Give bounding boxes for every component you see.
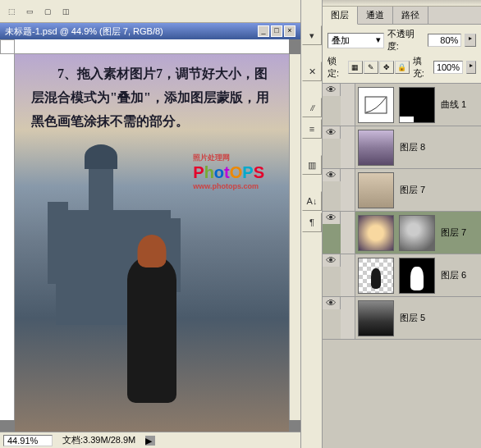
- tab-layers[interactable]: 图层: [323, 7, 358, 25]
- app-toolbar: ⬚ ▭ ▢ ◫: [0, 0, 300, 23]
- mask-thumb[interactable]: [399, 215, 435, 251]
- mask-thumb[interactable]: [399, 87, 435, 123]
- tool-btn-2[interactable]: ▭: [21, 3, 38, 20]
- brush-tool-icon[interactable]: ⫽: [302, 98, 322, 117]
- ruler-vertical[interactable]: [0, 54, 15, 420]
- layer-row-5[interactable]: 👁 图层 5: [323, 297, 481, 340]
- tab-channels[interactable]: 通道: [358, 7, 393, 24]
- ruler-corner[interactable]: [0, 39, 15, 54]
- visibility-toggle[interactable]: 👁: [323, 126, 341, 139]
- layer-thumb[interactable]: [358, 130, 394, 166]
- crossed-tools-icon[interactable]: ✕: [302, 62, 322, 81]
- vertical-toolbox: ▾ ✕ ⫽ ≡ ▥ A↓ ¶: [301, 0, 323, 448]
- eye-icon: 👁: [326, 212, 337, 224]
- status-bar: 44.91% 文档:3.39M/28.9M ▶: [0, 432, 300, 448]
- panel-controls: 叠加 不透明度: 80% ▸ 锁定: ▦ ✎ ✥ 🔒 填充: 100% ▸: [323, 25, 481, 84]
- link-col[interactable]: [341, 126, 355, 168]
- visibility-toggle[interactable]: 👁: [323, 297, 341, 309]
- link-col[interactable]: [341, 84, 355, 126]
- adjustment-thumb[interactable]: [358, 87, 394, 123]
- link-col[interactable]: [341, 212, 355, 254]
- curves-icon: [364, 96, 387, 114]
- eye-icon: 👁: [326, 169, 337, 181]
- layer-row-7b[interactable]: 👁 图层 7: [323, 212, 481, 254]
- panel-handle[interactable]: [323, 0, 481, 7]
- close-button[interactable]: ×: [284, 25, 295, 37]
- link-col[interactable]: [341, 254, 355, 296]
- options-tool-icon[interactable]: ≡: [302, 119, 322, 139]
- lock-label: 锁定:: [328, 55, 345, 80]
- layer-row-7a[interactable]: 👁 图层 7: [323, 169, 481, 212]
- layer-row-8[interactable]: 👁 图层 8: [323, 126, 481, 169]
- fill-label: 填充:: [413, 55, 430, 80]
- fill-input[interactable]: 100%: [433, 61, 463, 74]
- canvas[interactable]: 7、拖入素材图片7，调节好大小，图层混合模式为"叠加"，添加图层蒙版，用黑色画笔…: [15, 54, 289, 432]
- logo-url: www.photops.com: [193, 182, 264, 190]
- link-col[interactable]: [341, 169, 355, 211]
- visibility-toggle[interactable]: 👁: [323, 84, 341, 96]
- layer-name[interactable]: 图层 5: [396, 312, 425, 324]
- ruler-horizontal[interactable]: [15, 39, 289, 54]
- visibility-toggle[interactable]: 👁: [323, 212, 341, 224]
- maximize-button[interactable]: □: [271, 25, 282, 37]
- arrow-tool-icon[interactable]: ▾: [302, 25, 322, 45]
- document-title: 未标题-1.psd @ 44.9% (图层 7, RGB/8): [5, 25, 163, 38]
- figure-image: [127, 255, 176, 403]
- visibility-toggle[interactable]: 👁: [323, 169, 341, 181]
- tool-btn-4[interactable]: ◫: [57, 3, 74, 20]
- mask-thumb[interactable]: [399, 258, 435, 294]
- link-col[interactable]: [341, 297, 355, 339]
- paragraph-tool-icon[interactable]: ¶: [302, 213, 322, 232]
- status-arrow[interactable]: ▶: [145, 436, 155, 446]
- tool-btn-1[interactable]: ⬚: [3, 3, 20, 20]
- tool-btn-3[interactable]: ▢: [39, 3, 56, 20]
- minimize-button[interactable]: _: [258, 25, 269, 37]
- layer-name[interactable]: 图层 8: [396, 141, 425, 153]
- eye-icon: 👁: [326, 126, 337, 139]
- file-info: 文档:3.39M/28.9M: [62, 434, 135, 446]
- layer-thumb[interactable]: [358, 258, 394, 294]
- layers-panel: 图层 通道 路径 叠加 不透明度: 80% ▸ 锁定: ▦ ✎ ✥ 🔒 填充: …: [323, 0, 481, 448]
- layer-name[interactable]: 曲线 1: [437, 98, 466, 111]
- canvas-area: 7、拖入素材图片7，调节好大小，图层混合模式为"叠加"，添加图层蒙版，用黑色画笔…: [0, 39, 300, 432]
- layer-row-curves1[interactable]: 👁 曲线 1: [323, 84, 481, 126]
- photops-logo: 照片处理网 PhotOPS www.photops.com: [193, 153, 264, 190]
- lock-all-icon[interactable]: 🔒: [395, 61, 410, 74]
- scrollbar-vertical[interactable]: [289, 54, 300, 420]
- blend-mode-select[interactable]: 叠加: [328, 33, 384, 48]
- layer-name[interactable]: 图层 6: [437, 269, 466, 281]
- eye-icon: 👁: [326, 297, 337, 309]
- eye-icon: 👁: [326, 254, 337, 267]
- fill-arrow[interactable]: ▸: [466, 61, 476, 74]
- visibility-toggle[interactable]: 👁: [323, 254, 341, 267]
- svg-rect-0: [365, 97, 387, 113]
- histogram-tool-icon[interactable]: ▥: [302, 155, 322, 175]
- layer-thumb[interactable]: [358, 215, 394, 251]
- layer-name[interactable]: 图层 7: [437, 226, 466, 239]
- opacity-arrow[interactable]: ▸: [465, 34, 476, 47]
- panel-tabs: 图层 通道 路径: [323, 7, 481, 25]
- document-title-bar: 未标题-1.psd @ 44.9% (图层 7, RGB/8) _ □ ×: [0, 23, 300, 39]
- layer-name[interactable]: 图层 7: [396, 184, 425, 196]
- lock-position-icon[interactable]: ✥: [379, 61, 394, 74]
- layer-thumb[interactable]: [358, 172, 394, 208]
- lock-transparency-icon[interactable]: ▦: [348, 61, 363, 74]
- logo-prefix: 照片处理网: [193, 153, 264, 163]
- eye-icon: 👁: [326, 84, 337, 96]
- lock-pixels-icon[interactable]: ✎: [364, 61, 378, 74]
- text-tool-icon[interactable]: A↓: [302, 191, 322, 211]
- opacity-input[interactable]: 80%: [428, 34, 461, 47]
- tab-paths[interactable]: 路径: [393, 7, 428, 24]
- instruction-text: 7、拖入素材图片7，调节好大小，图层混合模式为"叠加"，添加图层蒙版，用黑色画笔…: [31, 62, 273, 133]
- layer-row-6[interactable]: 👁 图层 6: [323, 254, 481, 297]
- opacity-label: 不透明度:: [387, 28, 425, 53]
- layer-thumb[interactable]: [358, 300, 394, 336]
- zoom-input[interactable]: 44.91%: [3, 435, 53, 446]
- layers-list: 👁 曲线 1 👁 图层 8 👁 图层 7 👁 图层 7: [323, 84, 481, 448]
